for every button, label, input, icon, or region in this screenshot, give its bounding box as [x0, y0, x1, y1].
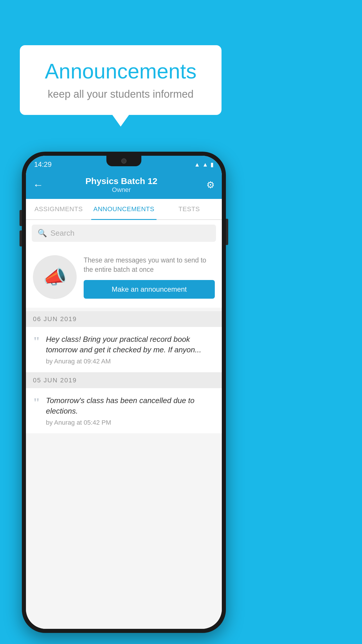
promo-card: 📣 These are messages you want to send to…: [26, 246, 222, 308]
announcement-text-1: Hey class! Bring your practical record b…: [46, 334, 215, 365]
status-time: 14:29: [34, 160, 52, 169]
volume-down-button[interactable]: [20, 230, 22, 246]
quote-icon-2: ": [33, 396, 40, 409]
volume-up-button[interactable]: [20, 210, 22, 226]
bubble-title: Announcements: [31, 60, 210, 83]
make-announcement-button[interactable]: Make an announcement: [84, 280, 215, 299]
tabs-bar: ASSIGNMENTS ANNOUNCEMENTS TESTS: [26, 199, 222, 220]
tab-announcements[interactable]: ANNOUNCEMENTS: [91, 199, 157, 219]
signal-icon: ▲: [202, 161, 208, 168]
tab-assignments[interactable]: ASSIGNMENTS: [26, 199, 91, 219]
tab-tests[interactable]: TESTS: [157, 199, 222, 219]
date-divider-2: 05 JUN 2019: [26, 372, 222, 388]
back-button[interactable]: ←: [33, 179, 43, 191]
announcement-text-2: Tomorrow's class has been cancelled due …: [46, 395, 215, 426]
content-area: 🔍 Search 📣 These are messages you want t…: [26, 220, 222, 629]
notch: [106, 156, 141, 166]
announcement-message-1: Hey class! Bring your practical record b…: [46, 334, 215, 355]
speech-bubble: Announcements keep all your students inf…: [20, 45, 222, 115]
quote-icon-1: ": [33, 335, 40, 348]
date-divider-1: 06 JUN 2019: [26, 311, 222, 327]
promo-content: These are messages you want to send to t…: [84, 256, 215, 299]
megaphone-icon: 📣: [43, 266, 67, 288]
bubble-subtitle: keep all your students informed: [31, 88, 210, 100]
announcement-author-2: by Anurag at 05:42 PM: [46, 419, 215, 426]
announcement-author-1: by Anurag at 09:42 AM: [46, 358, 215, 365]
phone-frame: 14:29 ▲ ▲ ▮ ← Physics Batch 12 Owner ⚙: [22, 152, 226, 633]
search-placeholder: Search: [50, 229, 74, 238]
search-icon: 🔍: [38, 229, 47, 238]
settings-button[interactable]: ⚙: [206, 179, 215, 190]
camera: [121, 158, 126, 164]
app-bar-subtitle: Owner: [48, 186, 195, 194]
phone-screen: 14:29 ▲ ▲ ▮ ← Physics Batch 12 Owner ⚙: [26, 156, 222, 629]
power-button[interactable]: [226, 219, 228, 245]
app-bar: ← Physics Batch 12 Owner ⚙: [26, 171, 222, 199]
status-icons: ▲ ▲ ▮: [194, 161, 214, 168]
announcement-item-2[interactable]: " Tomorrow's class has been cancelled du…: [26, 388, 222, 434]
search-container: 🔍 Search: [26, 220, 222, 246]
app-bar-title-section: Physics Batch 12 Owner: [48, 176, 195, 194]
speech-bubble-section: Announcements keep all your students inf…: [20, 45, 222, 115]
promo-description: These are messages you want to send to t…: [84, 256, 215, 274]
megaphone-circle: 📣: [33, 255, 77, 299]
search-bar[interactable]: 🔍 Search: [32, 225, 216, 242]
battery-icon: ▮: [210, 161, 214, 168]
announcement-item-1[interactable]: " Hey class! Bring your practical record…: [26, 327, 222, 372]
phone-outer: 14:29 ▲ ▲ ▮ ← Physics Batch 12 Owner ⚙: [22, 152, 226, 633]
app-bar-title: Physics Batch 12: [48, 176, 195, 186]
announcement-message-2: Tomorrow's class has been cancelled due …: [46, 395, 215, 416]
wifi-icon: ▲: [194, 161, 200, 168]
